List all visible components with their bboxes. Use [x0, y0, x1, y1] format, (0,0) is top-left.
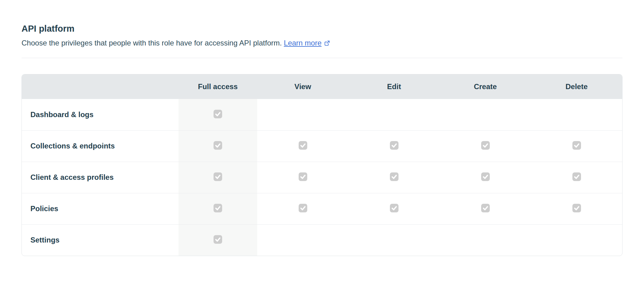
permission-checkbox-full-access[interactable]	[214, 204, 222, 212]
row-label: Policies	[22, 193, 179, 224]
checkmark-icon	[572, 141, 581, 150]
checkmark-icon	[299, 172, 307, 181]
checkmark-icon	[214, 204, 222, 212]
permission-checkbox-edit[interactable]	[390, 141, 399, 150]
permission-checkbox-full-access[interactable]	[214, 110, 222, 118]
column-header-view: View	[257, 74, 348, 99]
section-divider	[22, 58, 622, 58]
external-link-icon	[324, 39, 330, 45]
row-label: Collections & endpoints	[22, 130, 179, 162]
table-row-dashboard-logs: Dashboard & logs	[22, 99, 622, 130]
section-description-text: Choose the privileges that people with t…	[22, 39, 282, 47]
checkmark-icon	[299, 204, 307, 212]
permission-checkbox-delete[interactable]	[572, 204, 581, 212]
checkmark-icon	[214, 235, 222, 244]
row-label: Client & access profiles	[22, 162, 179, 193]
column-header-edit: Edit	[348, 74, 440, 99]
permission-checkbox-full-access[interactable]	[214, 141, 222, 150]
permission-checkbox-view[interactable]	[299, 204, 307, 212]
column-header-empty	[22, 74, 179, 99]
checkmark-icon	[481, 141, 490, 150]
permission-checkbox-create[interactable]	[481, 204, 490, 212]
api-platform-section: API platform Choose the privileges that …	[0, 23, 644, 256]
permission-checkbox-view[interactable]	[299, 172, 307, 181]
learn-more-label: Learn more	[284, 39, 322, 47]
permission-checkbox-full-access[interactable]	[214, 235, 222, 244]
row-label: Settings	[22, 224, 179, 256]
column-header-create: Create	[440, 74, 531, 99]
page-title: API platform	[22, 23, 622, 34]
checkmark-icon	[214, 141, 222, 150]
checkmark-icon	[214, 110, 222, 118]
checkmark-icon	[572, 204, 581, 212]
table-row-policies: Policies	[22, 193, 622, 224]
permission-checkbox-edit[interactable]	[390, 204, 399, 212]
permission-checkbox-delete[interactable]	[572, 141, 581, 150]
permissions-table: Full access View Edit Create Delete Dash…	[22, 74, 622, 256]
permission-checkbox-full-access[interactable]	[214, 172, 222, 181]
checkmark-icon	[481, 204, 490, 212]
permission-checkbox-create[interactable]	[481, 141, 490, 150]
checkmark-icon	[390, 204, 399, 212]
table-header-row: Full access View Edit Create Delete	[22, 74, 622, 99]
checkmark-icon	[390, 141, 399, 150]
checkmark-icon	[481, 172, 490, 181]
table-row-collections-endpoints: Collections & endpoints	[22, 130, 622, 162]
checkmark-icon	[572, 172, 581, 181]
row-label: Dashboard & logs	[22, 99, 179, 130]
permissions-table-container: Full access View Edit Create Delete Dash…	[22, 74, 622, 256]
checkmark-icon	[390, 172, 399, 181]
column-header-full-access: Full access	[179, 74, 257, 99]
table-row-client-access-profiles: Client & access profiles	[22, 162, 622, 193]
permission-checkbox-create[interactable]	[481, 172, 490, 181]
section-description: Choose the privileges that people with t…	[22, 38, 622, 48]
permission-checkbox-delete[interactable]	[572, 172, 581, 181]
checkmark-icon	[214, 172, 222, 181]
permission-checkbox-edit[interactable]	[390, 172, 399, 181]
permission-checkbox-view[interactable]	[299, 141, 307, 150]
table-row-settings: Settings	[22, 224, 622, 256]
column-header-delete: Delete	[531, 74, 622, 99]
checkmark-icon	[299, 141, 307, 150]
learn-more-link[interactable]: Learn more	[284, 39, 322, 47]
